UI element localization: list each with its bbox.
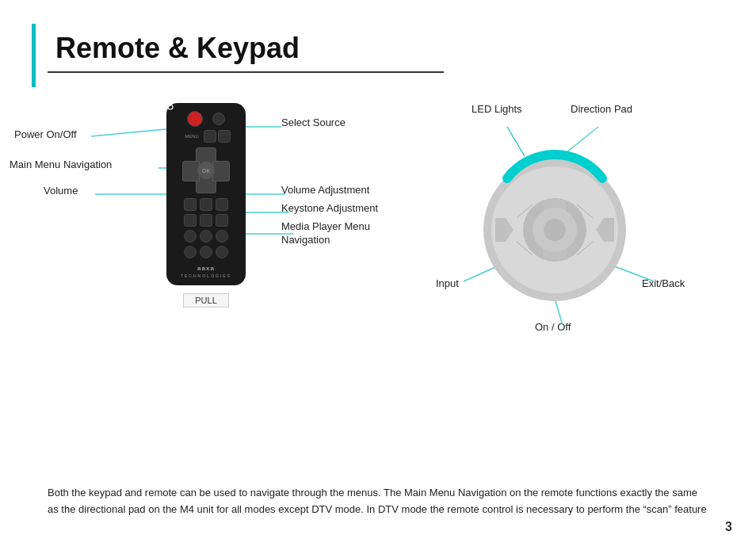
media-play-btn[interactable] [200, 230, 212, 243]
dpad-ok[interactable]: OK [197, 162, 215, 179]
volume-label: Volume [44, 185, 78, 197]
svg-point-22 [544, 219, 566, 241]
menu-vol-btn[interactable] [204, 130, 216, 143]
navigation-label: Navigation [281, 234, 330, 246]
page-title: Remote & Keypad [48, 24, 708, 65]
keypad-section: LED Lights Direction Pad Input Exit/Back… [396, 95, 737, 372]
nav-2-btn[interactable] [200, 246, 212, 258]
remote-logo: aaxa TECHNOLOGIES [181, 265, 231, 279]
header: Remote & Keypad [48, 24, 708, 73]
header-line [48, 71, 444, 73]
power-button[interactable] [187, 111, 203, 127]
description-text: Both the keypad and remote can be used t… [48, 485, 708, 518]
led-lights-label: LED Lights [472, 103, 522, 115]
power-label: Power On/Off [14, 128, 77, 140]
page-number: 3 [725, 520, 732, 534]
media-next-btn[interactable] [216, 230, 228, 243]
volume-adj-label: Volume Adjustment [281, 184, 369, 196]
description: Both the keypad and remote can be used t… [48, 485, 708, 518]
vol-mute-btn[interactable] [184, 198, 197, 211]
direction-pad-label: Direction Pad [571, 103, 632, 115]
vol-down-btn[interactable] [200, 198, 212, 211]
select-source-label: Select Source [281, 116, 346, 128]
media-prev-btn[interactable] [184, 230, 197, 243]
nav-3-btn[interactable] [216, 246, 228, 258]
ks-1-btn[interactable] [184, 214, 197, 227]
menu-src-btn[interactable] [218, 130, 231, 143]
keypad-diagram [404, 115, 705, 353]
header-accent [32, 24, 36, 87]
ks-3-btn[interactable] [216, 214, 228, 227]
svg-line-13 [555, 299, 563, 325]
nav-1-btn[interactable] [184, 246, 197, 258]
pull-label: PULL [183, 293, 229, 307]
keystone-label: Keystone Adjustment [281, 202, 378, 214]
media-player-label: Media Player Menu [281, 220, 370, 232]
vol-up-btn[interactable] [216, 198, 228, 211]
dpad-right[interactable] [212, 161, 230, 181]
svg-point-7 [168, 105, 173, 109]
ks-2-btn[interactable] [200, 214, 212, 227]
source-button[interactable] [212, 113, 225, 125]
remote-body: MENU OK [166, 103, 246, 285]
remote-body-wrapper: MENU OK [166, 103, 246, 307]
dpad[interactable]: OK [182, 147, 230, 193]
svg-line-9 [507, 127, 525, 156]
main-menu-label: Main Menu Navigation [10, 159, 112, 170]
